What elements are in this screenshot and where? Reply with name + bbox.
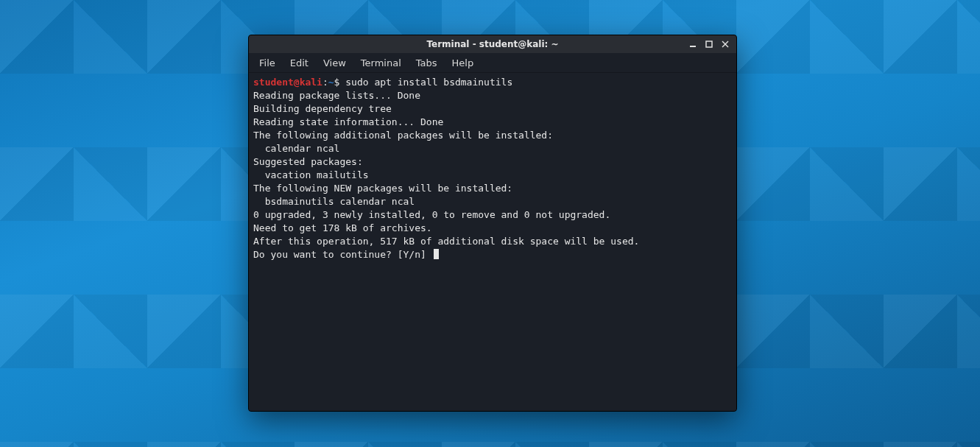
output-line: The following NEW packages will be insta… (253, 183, 512, 194)
menu-help[interactable]: Help (446, 55, 480, 71)
output-line: After this operation, 517 kB of addition… (253, 236, 639, 247)
prompt-path: ~ (328, 77, 334, 88)
prompt-colon: : (322, 77, 328, 88)
cursor (434, 249, 439, 259)
maximize-icon (705, 41, 713, 48)
maximize-button[interactable] (701, 36, 717, 52)
menu-file[interactable]: File (253, 55, 281, 71)
terminal-output[interactable]: student@kali:~$ sudo apt install bsdmain… (253, 76, 732, 261)
output-line: bsdmainutils calendar ncal (253, 196, 415, 207)
output-line: vacation mailutils (253, 169, 369, 180)
output-line: Reading state information... Done (253, 116, 443, 127)
output-line: Need to get 178 kB of archives. (253, 222, 432, 233)
prompt-user: student (253, 77, 294, 88)
output-line: The following additional packages will b… (253, 130, 553, 141)
svg-rect-0 (690, 46, 696, 47)
output-line: 0 upgraded, 3 newly installed, 0 to remo… (253, 209, 610, 220)
menu-terminal[interactable]: Terminal (355, 55, 407, 71)
output-line: Suggested packages: (253, 156, 363, 167)
menu-edit[interactable]: Edit (284, 55, 314, 71)
window-titlebar[interactable]: Terminal - student@kali: ~ (249, 35, 736, 53)
output-line: Reading package lists... Done (253, 90, 420, 101)
close-button[interactable] (717, 36, 733, 52)
output-line: Do you want to continue? [Y/n] (253, 249, 432, 260)
prompt-symbol: $ (334, 77, 340, 88)
window-title: Terminal - student@kali: ~ (426, 39, 558, 49)
output-line: calendar ncal (253, 143, 339, 154)
command-text: sudo apt install bsdmainutils (345, 77, 512, 88)
terminal-window: Terminal - student@kali: ~ File Edit Vie… (248, 35, 737, 412)
prompt-host: kali (300, 77, 322, 88)
terminal-body[interactable]: student@kali:~$ sudo apt install bsdmain… (249, 73, 736, 411)
menu-tabs[interactable]: Tabs (410, 55, 443, 71)
menu-view[interactable]: View (317, 55, 352, 71)
desktop-wallpaper: Terminal - student@kali: ~ File Edit Vie… (0, 0, 980, 447)
minimize-button[interactable] (685, 36, 701, 52)
minimize-icon (689, 41, 697, 48)
window-controls (685, 35, 733, 53)
svg-rect-1 (706, 41, 712, 47)
prompt-at: @ (294, 77, 300, 88)
output-line: Building dependency tree (253, 103, 392, 114)
menubar: File Edit View Terminal Tabs Help (249, 53, 736, 73)
close-icon (722, 41, 729, 48)
